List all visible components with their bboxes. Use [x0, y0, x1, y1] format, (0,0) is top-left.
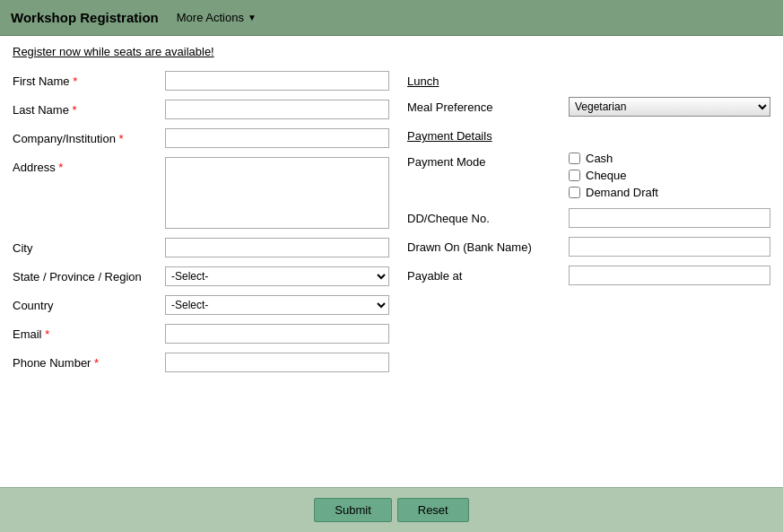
- city-row: City: [13, 238, 389, 257]
- reset-button[interactable]: Reset: [397, 498, 469, 522]
- lunch-section-title: Lunch: [407, 74, 439, 88]
- payment-mode-row: Payment Mode Cash Cheque Demand Draft: [407, 152, 770, 199]
- dd-cheque-row: DD/Cheque No.: [407, 208, 770, 228]
- right-column: Lunch Meal Preference Vegetarian Non-Veg…: [407, 71, 770, 381]
- cash-label: Cash: [586, 152, 613, 165]
- demand-draft-label: Demand Draft: [586, 186, 658, 199]
- country-select[interactable]: -Select-: [165, 295, 389, 315]
- payment-mode-options: Cash Cheque Demand Draft: [569, 152, 658, 199]
- meal-preference-label: Meal Preference: [407, 97, 569, 114]
- company-input[interactable]: [165, 128, 389, 148]
- payable-at-input[interactable]: [569, 266, 770, 285]
- last-name-label: Last Name *: [13, 100, 165, 117]
- demand-draft-checkbox-row: Demand Draft: [569, 186, 658, 199]
- email-label: Email *: [13, 324, 165, 341]
- phone-input[interactable]: [165, 353, 389, 372]
- address-label: Address *: [13, 157, 165, 174]
- phone-required: *: [94, 356, 99, 370]
- payable-at-row: Payable at: [407, 266, 770, 285]
- payable-at-label: Payable at: [407, 266, 569, 283]
- first-name-input[interactable]: [165, 71, 389, 91]
- country-label: Country: [13, 295, 165, 312]
- country-row: Country -Select-: [13, 295, 389, 315]
- drawn-on-input[interactable]: [569, 237, 770, 257]
- address-required: *: [58, 161, 63, 174]
- left-column: First Name * Last Name * Company/Institu…: [13, 71, 389, 381]
- first-name-label: First Name *: [13, 71, 165, 88]
- submit-button[interactable]: Submit: [314, 498, 391, 522]
- more-actions-label: More Actions: [177, 11, 244, 24]
- phone-label: Phone Number *: [13, 353, 165, 370]
- company-row: Company/Institution *: [13, 128, 389, 148]
- more-actions-button[interactable]: More Actions ▼: [177, 11, 257, 24]
- first-name-required: *: [73, 74, 77, 88]
- payment-section-title: Payment Details: [407, 129, 492, 143]
- state-select[interactable]: -Select-: [165, 266, 389, 286]
- main-content: Register now while seats are available! …: [0, 36, 783, 487]
- cash-checkbox-row: Cash: [569, 152, 658, 165]
- drawn-on-row: Drawn On (Bank Name): [407, 237, 770, 257]
- drawn-on-label: Drawn On (Bank Name): [407, 237, 569, 254]
- phone-row: Phone Number *: [13, 353, 389, 372]
- meal-preference-select[interactable]: Vegetarian Non-Vegetarian Vegan: [569, 97, 770, 117]
- cheque-checkbox[interactable]: [569, 170, 580, 181]
- company-required: *: [119, 132, 124, 145]
- dd-cheque-input[interactable]: [569, 208, 770, 228]
- email-input[interactable]: [165, 324, 389, 344]
- dd-cheque-label: DD/Cheque No.: [407, 208, 569, 225]
- meal-preference-row: Meal Preference Vegetarian Non-Vegetaria…: [407, 97, 770, 117]
- first-name-row: First Name *: [13, 71, 389, 91]
- city-label: City: [13, 238, 165, 255]
- last-name-input[interactable]: [165, 100, 389, 119]
- city-input[interactable]: [165, 238, 389, 257]
- demand-draft-checkbox[interactable]: [569, 187, 580, 198]
- last-name-row: Last Name *: [13, 100, 389, 119]
- email-required: *: [45, 327, 49, 341]
- address-row: Address *: [13, 157, 389, 229]
- cheque-checkbox-row: Cheque: [569, 169, 658, 182]
- page-title: Workshop Registration: [11, 10, 159, 25]
- company-label: Company/Institution *: [13, 128, 165, 145]
- last-name-required: *: [73, 103, 77, 117]
- payment-mode-label: Payment Mode: [407, 152, 569, 169]
- cheque-label: Cheque: [586, 169, 627, 182]
- email-row: Email *: [13, 324, 389, 344]
- state-label: State / Province / Region: [13, 266, 165, 283]
- address-input[interactable]: [165, 157, 389, 229]
- dropdown-arrow-icon: ▼: [248, 13, 257, 22]
- footer: Submit Reset: [0, 487, 783, 532]
- form-area: First Name * Last Name * Company/Institu…: [13, 71, 770, 381]
- cash-checkbox[interactable]: [569, 153, 580, 164]
- header: Workshop Registration More Actions ▼: [0, 0, 783, 36]
- register-link[interactable]: Register now while seats are available!: [13, 45, 214, 58]
- state-row: State / Province / Region -Select-: [13, 266, 389, 286]
